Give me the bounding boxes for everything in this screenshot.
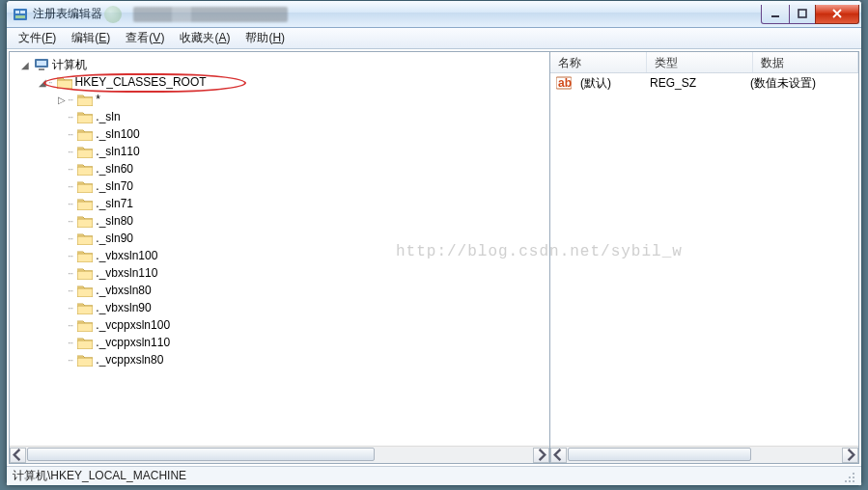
tree-connector: ··· [68, 233, 72, 244]
folder-icon [77, 231, 93, 245]
svg-point-28 [853, 473, 854, 475]
folder-icon [77, 110, 93, 123]
tree-child-label: ._sln70 [96, 179, 133, 193]
folder-icon [77, 179, 93, 193]
tree-connector: ··· [68, 251, 72, 261]
tree-child-row[interactable]: ···._vbxsln110 [12, 264, 547, 282]
tree-child-row[interactable]: ▷···* [12, 91, 547, 108]
tree-child-row[interactable]: ···._sln90 [12, 230, 547, 247]
svg-rect-22 [77, 306, 93, 314]
regedit-app-icon [13, 7, 28, 22]
tree-hscrollbar[interactable] [10, 446, 549, 463]
tree-child-label: ._sln110 [96, 145, 139, 158]
tree-child-row[interactable]: ···._vbxsln80 [12, 282, 547, 299]
scroll-thumb[interactable] [27, 448, 375, 461]
tree-child-label: ._vcppxsln110 [96, 336, 170, 349]
folder-icon [77, 336, 93, 349]
menu-view[interactable]: 查看(V) [120, 28, 170, 48]
tree-child-row[interactable]: ···._vbxsln100 [12, 247, 547, 264]
svg-rect-4 [771, 15, 779, 17]
tree-child-label: ._sln80 [96, 214, 133, 228]
tree-connector: ··· [68, 199, 72, 209]
folder-icon [77, 301, 93, 314]
tree-root-label: 计算机 [52, 57, 87, 73]
title-blur-dot [104, 6, 122, 23]
client-area: ◢ 计算机 ◢ ·· HKEY_CLASSES_ROOT ▷···*···._s… [9, 51, 859, 464]
menu-file[interactable]: 文件(F) [13, 28, 62, 48]
svg-rect-3 [15, 15, 25, 18]
tree-child-row[interactable]: ···._sln71 [12, 195, 547, 212]
tree-connector: ··· [68, 286, 72, 296]
menubar: 文件(F) 编辑(E) 查看(V) 收藏夹(A) 帮助(H) [7, 28, 861, 49]
scroll-thumb[interactable] [568, 448, 751, 461]
scroll-left-button[interactable] [10, 448, 26, 463]
menu-favorites[interactable]: 收藏夹(A) [174, 28, 236, 48]
col-type[interactable]: 类型 [647, 52, 753, 72]
col-name[interactable]: 名称 [550, 52, 647, 72]
tree-child-row[interactable]: ···._sln100 [12, 125, 547, 143]
list-header: 名称 类型 数据 [550, 52, 858, 73]
scroll-left-button[interactable] [550, 448, 567, 463]
scroll-track[interactable] [26, 448, 533, 463]
svg-rect-2 [20, 11, 25, 14]
tree-connector: ··· [68, 181, 72, 192]
maximize-button[interactable] [789, 5, 816, 24]
tree-connector: ··· [68, 164, 72, 175]
minimize-button[interactable] [761, 5, 790, 24]
svg-rect-18 [77, 236, 93, 245]
window-buttons [762, 5, 859, 24]
svg-rect-19 [77, 254, 93, 262]
svg-rect-16 [77, 202, 93, 210]
tree-child-label: ._sln100 [96, 127, 139, 141]
tree-child-label: ._vcppxsln80 [96, 353, 163, 367]
value-list-pane: 名称 类型 数据 ab (默认) REG_SZ (数值未设置) [550, 52, 858, 463]
scroll-right-button[interactable] [533, 448, 549, 463]
expand-icon[interactable]: ▷ [56, 95, 68, 105]
tree-child-row[interactable]: ···._sln110 [12, 143, 547, 160]
value-data: (数值未设置) [744, 75, 822, 92]
svg-rect-17 [77, 219, 93, 228]
value-type: REG_SZ [644, 76, 744, 90]
tree-child-row[interactable]: ···._sln [12, 108, 547, 125]
status-path: 计算机\HKEY_LOCAL_MACHINE [13, 468, 186, 484]
tree-child-row[interactable]: ···._sln80 [12, 212, 547, 230]
scroll-right-button[interactable] [842, 448, 858, 463]
tree-hive-label: HKEY_CLASSES_ROOT [75, 75, 207, 89]
svg-rect-24 [77, 340, 93, 349]
close-button[interactable] [815, 5, 859, 24]
value-list[interactable]: ab (默认) REG_SZ (数值未设置) [550, 73, 858, 446]
tree-child-row[interactable]: ···._vcppxsln80 [12, 351, 547, 368]
folder-icon [77, 266, 93, 280]
svg-point-32 [849, 480, 851, 482]
tree-connector: ··· [68, 112, 72, 122]
tree-child-row[interactable]: ···._vcppxsln100 [12, 316, 547, 334]
tree-child-row[interactable]: ···._sln70 [12, 177, 547, 195]
tree-root-row[interactable]: ◢ 计算机 [12, 56, 547, 73]
tree-child-row[interactable]: ···._sln60 [12, 160, 547, 177]
tree-child-label: ._vbxsln100 [96, 249, 157, 262]
list-hscrollbar[interactable] [550, 446, 858, 463]
col-data[interactable]: 数据 [753, 52, 858, 72]
svg-rect-1 [15, 11, 19, 14]
collapse-icon[interactable]: ◢ [19, 60, 31, 70]
registry-tree[interactable]: ◢ 计算机 ◢ ·· HKEY_CLASSES_ROOT ▷···*···._s… [10, 52, 549, 446]
menu-help[interactable]: 帮助(H) [239, 28, 291, 48]
statusbar: 计算机\HKEY_LOCAL_MACHINE [7, 466, 861, 485]
regedit-window: 注册表编辑器 文件(F) 编辑(E) 查看(V) 收藏夹(A) 帮助(H) ◢ … [6, 0, 862, 486]
tree-child-row[interactable]: ···._vbxsln90 [12, 299, 547, 316]
svg-rect-21 [77, 288, 93, 297]
folder-icon [57, 75, 72, 89]
tree-connector: ··· [68, 216, 72, 227]
titlebar[interactable]: 注册表编辑器 [7, 1, 861, 28]
svg-rect-20 [77, 271, 93, 280]
tree-child-row[interactable]: ···._vcppxsln110 [12, 334, 547, 351]
scroll-track[interactable] [567, 448, 842, 463]
svg-rect-25 [77, 358, 93, 367]
resize-grip-icon[interactable] [842, 470, 855, 483]
tree-connector: ··· [68, 268, 72, 279]
menu-edit[interactable]: 编辑(E) [66, 28, 116, 48]
tree-hive-row[interactable]: ◢ ·· HKEY_CLASSES_ROOT [12, 73, 547, 91]
collapse-icon[interactable]: ◢ [37, 77, 48, 88]
list-row[interactable]: ab (默认) REG_SZ (数值未设置) [550, 73, 858, 93]
svg-rect-14 [77, 167, 93, 176]
